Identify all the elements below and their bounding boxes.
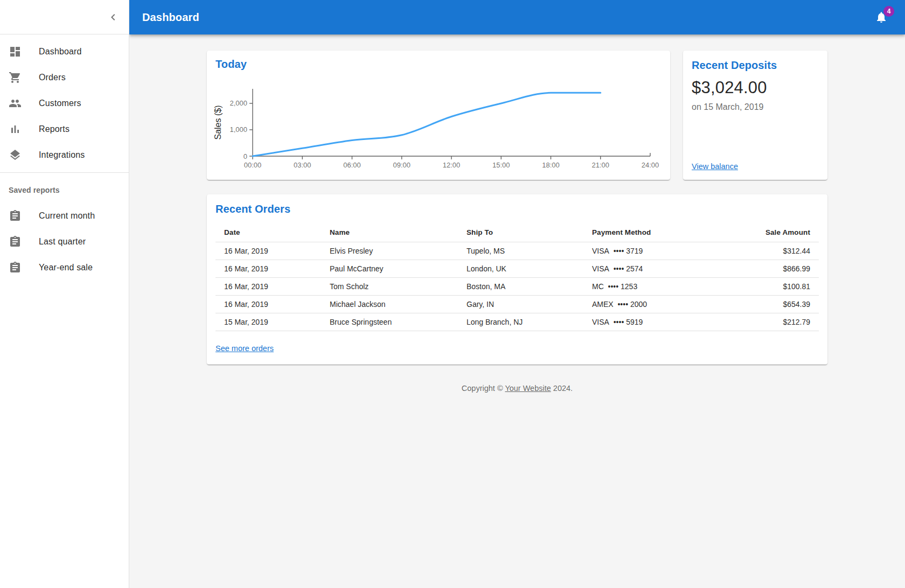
x-tick-label: 09:00	[393, 161, 410, 169]
today-sales-card: Today 00:0003:0006:0009:0012:0015:0018:0…	[207, 51, 670, 180]
sidebar-item-customers[interactable]: Customers	[0, 90, 129, 116]
cell-date: 16 Mar, 2019	[215, 278, 321, 296]
deposits-title: Recent Deposits	[692, 59, 819, 72]
x-tick-label: 06:00	[343, 161, 361, 169]
column-header-name: Name	[321, 223, 458, 242]
recent-deposits-card: Recent Deposits $3,024.00 on 15 March, 2…	[683, 51, 827, 180]
people-icon	[9, 97, 39, 110]
top-row: Today 00:0003:0006:0009:0012:0015:0018:0…	[207, 51, 827, 180]
assignment-icon	[9, 209, 39, 222]
notifications-badge: 4	[883, 6, 894, 17]
cell-name: Michael Jackson	[321, 296, 458, 313]
collapse-drawer-button[interactable]	[102, 6, 124, 28]
cell-payment: VISA •••• 2574	[583, 260, 707, 278]
sidebar-item-label: Customers	[39, 99, 81, 108]
x-tick-label: 21:00	[591, 161, 609, 169]
column-header-date: Date	[215, 223, 321, 242]
y-tick-label: 0	[243, 152, 247, 160]
deposits-spacer	[692, 112, 819, 162]
cell-amount: $654.39	[707, 296, 819, 313]
cell-amount: $866.99	[707, 260, 819, 278]
notifications-button[interactable]: 4	[871, 6, 892, 28]
shopping-cart-icon	[9, 71, 39, 84]
sales-line-chart: 00:0003:0006:0009:0012:0015:0018:0021:00…	[207, 51, 670, 180]
y-axis-label: Sales ($)	[213, 105, 222, 139]
sidebar-item-reports[interactable]: Reports	[0, 116, 129, 142]
cell-payment: MC •••• 1253	[583, 278, 707, 296]
cell-payment: VISA •••• 5919	[583, 313, 707, 331]
column-header-sale-amount: Sale Amount	[707, 223, 819, 242]
x-tick-label: 15:00	[492, 161, 510, 169]
table-row: 15 Mar, 2019Bruce SpringsteenLong Branch…	[215, 313, 819, 331]
layers-icon	[9, 149, 39, 162]
sidebar-item-label: Current month	[39, 211, 95, 221]
column-header-ship-to: Ship To	[458, 223, 583, 242]
view-balance-link[interactable]: View balance	[692, 162, 738, 171]
cell-amount: $312.44	[707, 242, 819, 260]
recent-orders-card: Recent Orders DateNameShip ToPayment Met…	[207, 194, 827, 365]
x-tick-label: 12:00	[443, 161, 461, 169]
main-content[interactable]: Today 00:0003:0006:0009:0012:0015:0018:0…	[129, 34, 905, 588]
saved-reports-items: Current monthLast quarterYear-end sale	[0, 203, 129, 281]
sidebar-item-last-quarter[interactable]: Last quarter	[0, 229, 129, 255]
cell-payment: AMEX •••• 2000	[583, 296, 707, 313]
sidebar-item-dashboard[interactable]: Dashboard	[0, 39, 129, 65]
sidebar-item-label: Last quarter	[39, 237, 86, 247]
cell-ship-to: Tupelo, MS	[458, 242, 583, 260]
see-more-orders-link[interactable]: See more orders	[215, 344, 274, 353]
cell-payment: VISA •••• 3719	[583, 242, 707, 260]
footer-copyright: Copyright © Your Website 2024.	[207, 384, 827, 414]
sidebar-item-label: Reports	[39, 124, 69, 134]
y-tick-label: 2,000	[229, 99, 247, 107]
copyright-prefix: Copyright ©	[462, 384, 505, 393]
table-row: 16 Mar, 2019Paul McCartneyLondon, UKVISA…	[215, 260, 819, 278]
bar-chart-icon	[9, 123, 39, 136]
sidebar-main-list: DashboardOrdersCustomersReportsIntegrati…	[0, 34, 129, 172]
table-row: 16 Mar, 2019Elvis PresleyTupelo, MSVISA …	[215, 242, 819, 260]
sidebar-item-label: Year-end sale	[39, 263, 93, 272]
cell-date: 16 Mar, 2019	[215, 260, 321, 278]
your-website-link[interactable]: Your Website	[505, 384, 551, 393]
sidebar: DashboardOrdersCustomersReportsIntegrati…	[0, 0, 129, 588]
sidebar-item-label: Integrations	[39, 150, 85, 160]
cell-date: 16 Mar, 2019	[215, 296, 321, 313]
orders-table: DateNameShip ToPayment MethodSale Amount…	[215, 223, 819, 331]
sidebar-secondary-list: Saved reports Current monthLast quarterY…	[0, 173, 129, 285]
deposits-date: on 15 March, 2019	[692, 102, 819, 112]
content-container: Today 00:0003:0006:0009:0012:0015:0018:0…	[207, 51, 827, 414]
assignment-icon	[9, 261, 39, 274]
cell-date: 16 Mar, 2019	[215, 242, 321, 260]
cell-date: 15 Mar, 2019	[215, 313, 321, 331]
cell-ship-to: Gary, IN	[458, 296, 583, 313]
cell-amount: $100.81	[707, 278, 819, 296]
x-tick-label: 00:00	[244, 161, 262, 169]
cell-name: Tom Scholz	[321, 278, 458, 296]
assignment-icon	[9, 235, 39, 248]
copyright-suffix: 2024.	[551, 384, 573, 393]
cell-ship-to: Boston, MA	[458, 278, 583, 296]
saved-reports-subheader: Saved reports	[0, 177, 129, 203]
table-row: 16 Mar, 2019Tom ScholzBoston, MAMC •••• …	[215, 278, 819, 296]
cell-name: Elvis Presley	[321, 242, 458, 260]
cell-name: Bruce Springsteen	[321, 313, 458, 331]
x-tick-label: 03:00	[294, 161, 311, 169]
orders-title: Recent Orders	[215, 203, 819, 215]
sidebar-item-label: Orders	[39, 73, 66, 82]
sidebar-item-orders[interactable]: Orders	[0, 65, 129, 90]
orders-table-header-row: DateNameShip ToPayment MethodSale Amount	[215, 223, 819, 242]
cell-ship-to: London, UK	[458, 260, 583, 278]
sidebar-item-year-end-sale[interactable]: Year-end sale	[0, 255, 129, 281]
appbar: Dashboard 4	[129, 0, 905, 34]
sidebar-item-integrations[interactable]: Integrations	[0, 142, 129, 168]
y-tick-label: 1,000	[229, 125, 247, 134]
dashboard-icon	[9, 45, 39, 58]
cell-amount: $212.79	[707, 313, 819, 331]
sidebar-item-current-month[interactable]: Current month	[0, 203, 129, 229]
cell-name: Paul McCartney	[321, 260, 458, 278]
table-row: 16 Mar, 2019Michael JacksonGary, INAMEX …	[215, 296, 819, 313]
deposits-amount: $3,024.00	[692, 78, 819, 97]
sidebar-item-label: Dashboard	[39, 47, 82, 57]
column-header-payment-method: Payment Method	[583, 223, 707, 242]
cell-ship-to: Long Branch, NJ	[458, 313, 583, 331]
sidebar-toolbar	[0, 0, 129, 34]
